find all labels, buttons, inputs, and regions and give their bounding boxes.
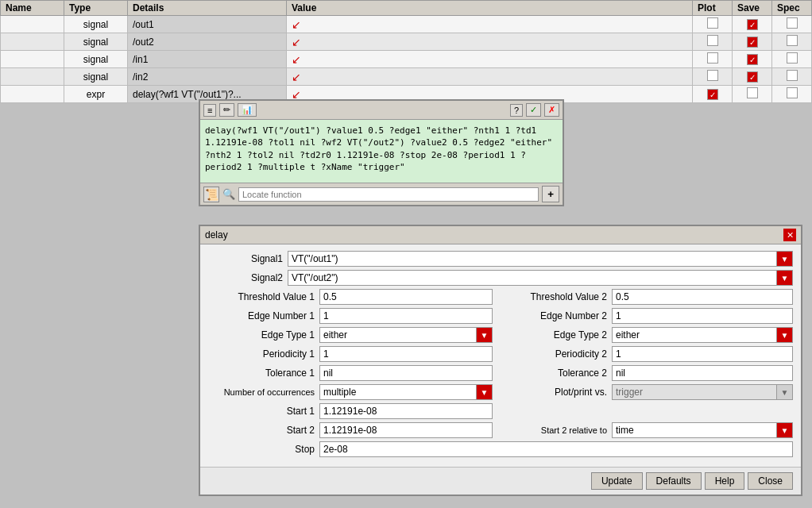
start2-label: Start 2 bbox=[208, 425, 319, 436]
start2-relative-input[interactable] bbox=[612, 422, 777, 438]
spec-checkbox[interactable] bbox=[787, 52, 798, 64]
threshold1-label: Threshold Value 1 bbox=[208, 291, 319, 302]
tolerance2-input[interactable] bbox=[612, 365, 793, 381]
cancel-button[interactable]: ✗ bbox=[544, 103, 559, 117]
cell-plot[interactable] bbox=[693, 16, 733, 33]
edge-number1-group: Edge Number 1 bbox=[208, 308, 493, 324]
cell-spec[interactable] bbox=[772, 33, 812, 51]
table-row: signal /out1 ↙ ✓ bbox=[1, 16, 812, 33]
locate-input[interactable] bbox=[238, 187, 539, 202]
edit-button[interactable]: ✏ bbox=[219, 103, 234, 117]
occurrences-row: Number of occurrences ▼ Plot/print vs. ▼ bbox=[208, 384, 793, 400]
stop-group: Stop bbox=[208, 441, 793, 457]
signal1-input[interactable] bbox=[288, 251, 777, 267]
cell-save[interactable]: ✓ bbox=[733, 68, 772, 86]
save-checkbox[interactable]: ✓ bbox=[747, 37, 758, 48]
cell-save[interactable]: ✓ bbox=[733, 51, 772, 68]
cell-plot[interactable]: ✓ bbox=[693, 86, 733, 103]
plot-print-dropdown-btn[interactable]: ▼ bbox=[777, 384, 793, 400]
cell-name bbox=[1, 86, 64, 103]
periodicity2-input[interactable] bbox=[612, 346, 793, 362]
stop-input[interactable] bbox=[319, 441, 793, 457]
expression-editor: ≡ ✏ 📊 ? ✓ ✗ delay(?wf1 VT("/out1") ?valu… bbox=[199, 99, 564, 206]
save-checkbox[interactable] bbox=[747, 87, 758, 98]
help-button[interactable]: ? bbox=[510, 104, 523, 117]
col-header-plot: Plot bbox=[693, 1, 733, 16]
dialog-footer: Update Defaults Help Close bbox=[200, 467, 801, 495]
start1-input[interactable] bbox=[319, 403, 493, 419]
tolerance1-label: Tolerance 1 bbox=[208, 368, 319, 379]
tolerance1-input[interactable] bbox=[319, 365, 493, 381]
signal1-input-wrapper: ▼ bbox=[288, 251, 793, 267]
edge-number2-input[interactable] bbox=[612, 308, 793, 324]
chart-button[interactable]: 📊 bbox=[238, 103, 257, 117]
plot-checkbox[interactable] bbox=[707, 35, 718, 46]
cell-name bbox=[1, 16, 64, 33]
tolerance2-group: Tolerance 2 bbox=[508, 365, 793, 381]
cell-spec[interactable] bbox=[772, 51, 812, 68]
signal1-dropdown-btn[interactable]: ▼ bbox=[777, 251, 793, 267]
start2-input[interactable] bbox=[319, 422, 493, 438]
periodicity1-label: Periodicity 1 bbox=[208, 348, 319, 360]
cell-plot[interactable] bbox=[693, 51, 733, 68]
occurrences-group: Number of occurrences ▼ bbox=[208, 384, 493, 400]
save-checkbox[interactable]: ✓ bbox=[747, 71, 758, 83]
edge-number1-input[interactable] bbox=[319, 308, 493, 324]
script-button[interactable]: 📜 bbox=[203, 187, 219, 202]
cell-type: signal bbox=[64, 68, 128, 86]
plot-checkbox[interactable] bbox=[707, 17, 718, 29]
edge-number-row: Edge Number 1 Edge Number 2 bbox=[208, 308, 793, 324]
expr-content[interactable]: delay(?wf1 VT("/out1") ?value1 0.5 ?edge… bbox=[200, 120, 563, 183]
periodicity1-input[interactable] bbox=[319, 346, 493, 362]
edge-type1-input[interactable] bbox=[319, 327, 477, 343]
plot-print-input[interactable] bbox=[612, 384, 777, 400]
cell-save[interactable] bbox=[733, 86, 772, 103]
occurrences-label: Number of occurrences bbox=[208, 387, 319, 397]
close-icon[interactable]: ✕ bbox=[783, 229, 796, 241]
spec-checkbox[interactable] bbox=[787, 35, 798, 46]
cell-plot[interactable] bbox=[693, 68, 733, 86]
signal2-dropdown-btn[interactable]: ▼ bbox=[777, 270, 793, 286]
menu-button[interactable]: ≡ bbox=[203, 104, 216, 117]
save-checkbox[interactable]: ✓ bbox=[747, 54, 758, 65]
edge-type1-dropdown-btn[interactable]: ▼ bbox=[477, 327, 493, 343]
threshold2-input[interactable] bbox=[612, 289, 793, 305]
update-button[interactable]: Update bbox=[591, 472, 643, 490]
edge-type2-dropdown-btn[interactable]: ▼ bbox=[777, 327, 793, 343]
help-button[interactable]: Help bbox=[705, 472, 745, 490]
cell-value: ↙ bbox=[287, 68, 693, 86]
threshold1-input[interactable] bbox=[319, 289, 493, 305]
cell-save[interactable]: ✓ bbox=[733, 16, 772, 33]
spec-checkbox[interactable] bbox=[787, 17, 798, 29]
search-icon: 🔍 bbox=[222, 188, 235, 200]
cell-plot[interactable] bbox=[693, 33, 733, 51]
periodicity2-label: Periodicity 2 bbox=[508, 348, 612, 360]
occurrences-dropdown-btn[interactable]: ▼ bbox=[477, 384, 493, 400]
cell-spec[interactable] bbox=[772, 68, 812, 86]
main-table: Name Type Details Value Plot Save Spec s… bbox=[0, 0, 812, 103]
cell-save[interactable]: ✓ bbox=[733, 33, 772, 51]
save-checkbox[interactable]: ✓ bbox=[747, 19, 758, 30]
defaults-button[interactable]: Defaults bbox=[646, 472, 702, 490]
threshold1-group: Threshold Value 1 bbox=[208, 289, 493, 305]
tolerance1-group: Tolerance 1 bbox=[208, 365, 493, 381]
start2-row: Start 2 Start 2 relative to ▼ bbox=[208, 422, 793, 438]
plot-checkbox[interactable] bbox=[707, 70, 718, 81]
cell-spec[interactable] bbox=[772, 86, 812, 103]
add-button[interactable]: + bbox=[542, 186, 559, 202]
close-button[interactable]: Close bbox=[748, 472, 793, 490]
signal2-input[interactable] bbox=[288, 270, 777, 286]
spec-checkbox[interactable] bbox=[787, 87, 798, 98]
edge-type2-input[interactable] bbox=[612, 327, 777, 343]
plot-print-group: Plot/print vs. ▼ bbox=[508, 384, 793, 400]
periodicity1-group: Periodicity 1 bbox=[208, 346, 493, 362]
plot-checkbox[interactable]: ✓ bbox=[707, 89, 718, 100]
occurrences-input[interactable] bbox=[319, 384, 477, 400]
cell-spec[interactable] bbox=[772, 16, 812, 33]
plot-checkbox[interactable] bbox=[707, 52, 718, 64]
start2-relative-dropdown-btn[interactable]: ▼ bbox=[777, 422, 793, 438]
signal-icon: ↙ bbox=[292, 53, 301, 66]
ok-button[interactable]: ✓ bbox=[526, 103, 541, 117]
spec-checkbox[interactable] bbox=[787, 70, 798, 81]
threshold2-label: Threshold Value 2 bbox=[508, 291, 612, 302]
